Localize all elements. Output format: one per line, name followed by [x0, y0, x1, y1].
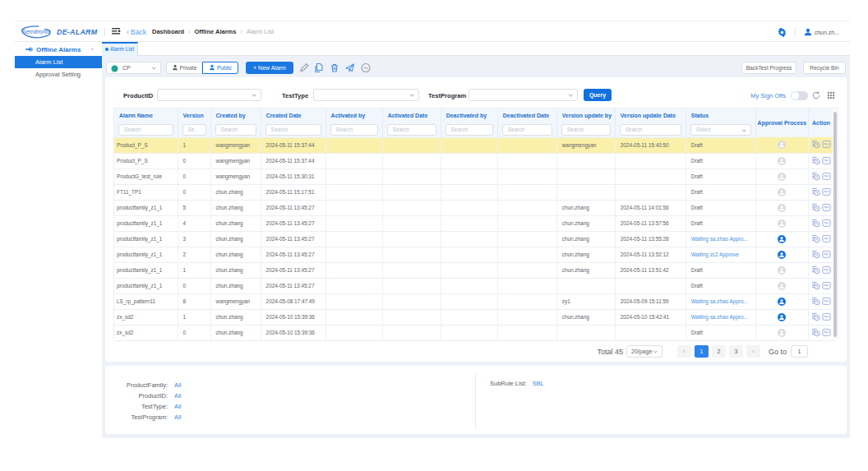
- svg-text:DE-ALARM: DE-ALARM: [57, 28, 98, 36]
- svg-text:Semitronix: Semitronix: [22, 28, 51, 35]
